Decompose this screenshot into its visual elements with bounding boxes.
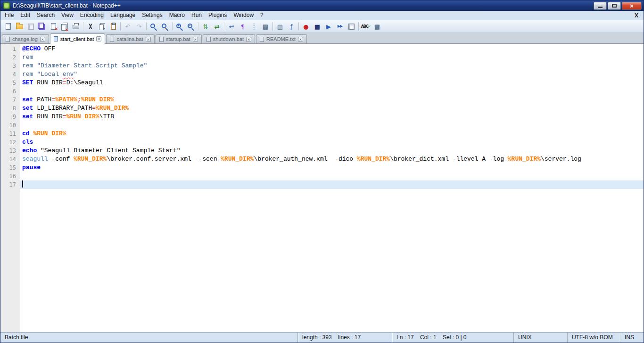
toolbar-separator [224, 22, 224, 31]
tab-close-icon[interactable]: × [40, 37, 45, 42]
code-line-10 [20, 121, 644, 130]
show-all-characters-button[interactable]: ¶ [237, 21, 248, 32]
doc-switcher-button[interactable]: ▦ [372, 21, 383, 32]
show-indent-guide-button[interactable]: ┊ [248, 21, 260, 32]
tab-close-icon[interactable]: × [246, 37, 251, 42]
undo-button[interactable]: ↶ [122, 21, 133, 32]
tab-catalina-bat[interactable]: catalina.bat× [106, 34, 154, 43]
menu-run[interactable]: Run [188, 11, 205, 20]
menu-macro[interactable]: Macro [166, 11, 188, 20]
open-button[interactable] [14, 21, 25, 32]
tab-change-log[interactable]: change.log× [2, 34, 49, 43]
spell-check-icon: ABC [361, 24, 371, 29]
define-language-button[interactable]: ▤ [260, 21, 271, 32]
macro-save-icon [348, 24, 355, 30]
open-icon [16, 24, 23, 29]
tab-start-client-bat[interactable]: start_client.bat× [50, 33, 106, 44]
macro-save-button[interactable] [346, 21, 357, 32]
save-button[interactable] [25, 21, 36, 32]
code-line-14: seagull -conf %RUN_DIR%\broker.conf.serv… [20, 155, 644, 163]
menu-settings[interactable]: Settings [139, 11, 165, 20]
menu-help[interactable]: ? [257, 11, 267, 20]
code-line-16 [20, 172, 644, 180]
spell-check-button[interactable]: ABC [360, 21, 372, 32]
menu-file[interactable]: File [1, 11, 17, 20]
copy-button[interactable] [96, 21, 107, 32]
macro-run-multiple-button[interactable]: ▶▶ [334, 21, 346, 32]
print-button[interactable] [70, 21, 82, 32]
line-number: 9 [0, 113, 20, 121]
close-all-button[interactable] [59, 21, 70, 32]
word-wrap-button[interactable]: ↩ [226, 21, 237, 32]
zoom-out-button[interactable] [185, 21, 197, 32]
menubar-items: FileEditSearchViewEncodingLanguageSettin… [1, 11, 267, 20]
word-wrap-icon: ↩ [229, 24, 234, 30]
document-icon [6, 37, 10, 42]
sync-horizontal-button[interactable]: ⇄ [211, 21, 223, 32]
document-icon [159, 37, 164, 42]
document-icon [110, 37, 114, 42]
status-length-lines: length : 393 lines : 17 [297, 333, 392, 343]
menu-plugins[interactable]: Plugins [205, 11, 230, 20]
code-line-2: rem [20, 53, 644, 62]
function-list-button[interactable]: ƒ [286, 21, 297, 32]
minimize-button[interactable] [594, 2, 607, 10]
sync-vertical-button[interactable]: ⇅ [200, 21, 211, 32]
line-number: 8 [0, 104, 20, 113]
code-line-11: cd %RUN_DIR% [20, 130, 644, 138]
macro-record-icon: ● [303, 24, 308, 30]
replace-button[interactable] [159, 21, 171, 32]
maximize-button[interactable] [608, 2, 621, 10]
macro-stop-button[interactable]: ■ [312, 21, 323, 32]
titlebar: D:\Seagull\TIB\start_client.bat - Notepa… [0, 0, 644, 11]
print-icon [73, 25, 79, 29]
menu-encoding[interactable]: Encoding [77, 11, 107, 20]
cut-button[interactable] [85, 21, 96, 32]
menubar-close-button[interactable]: X [630, 12, 643, 19]
menu-language[interactable]: Language [107, 11, 139, 20]
tab-readme-txt[interactable]: README.txt× [256, 34, 307, 43]
code-line-1: @ECHO OFF [20, 45, 644, 53]
tab-shutdown-bat[interactable]: shutdown.bat× [203, 34, 255, 43]
close-button[interactable] [48, 21, 59, 32]
menu-window[interactable]: Window [230, 11, 257, 20]
macro-run-multiple-icon: ▶▶ [338, 24, 342, 28]
notepad-plus-plus-icon [3, 2, 10, 9]
tab-close-icon[interactable]: × [146, 37, 151, 42]
menu-view[interactable]: View [58, 11, 77, 20]
new-file-button[interactable] [2, 21, 14, 32]
macro-record-button[interactable]: ● [300, 21, 312, 32]
editor[interactable]: 1234567891011121314151617 @ECHO OFFremre… [0, 44, 644, 332]
line-number-gutter[interactable]: 1234567891011121314151617 [0, 44, 20, 332]
macro-play-button[interactable]: ▶ [323, 21, 334, 32]
zoom-in-button[interactable] [174, 21, 185, 32]
tab-startup-bat[interactable]: startup.bat× [156, 34, 202, 43]
close-button[interactable]: × [622, 2, 642, 10]
paste-button[interactable] [107, 21, 119, 32]
tab-close-icon[interactable]: × [298, 37, 303, 42]
line-number: 5 [0, 79, 20, 87]
status-doc-type: Batch file [0, 333, 297, 343]
menu-edit[interactable]: Edit [17, 11, 33, 20]
menu-search[interactable]: Search [33, 11, 58, 20]
redo-button[interactable]: ↷ [133, 21, 145, 32]
sync-horizontal-icon: ⇄ [215, 24, 220, 30]
copy-icon [99, 24, 104, 30]
save-all-button[interactable] [36, 21, 48, 32]
code-line-3: rem "Diameter Start Script Sample" [20, 62, 644, 70]
toolbar-separator [146, 22, 147, 31]
window-title: D:\Seagull\TIB\start_client.bat - Notepa… [13, 2, 590, 9]
tab-label: start_client.bat [60, 36, 94, 42]
tab-close-icon[interactable]: × [96, 36, 101, 41]
code-line-12: cls [20, 138, 644, 147]
code-line-15: pause [20, 163, 644, 172]
code-area[interactable]: @ECHO OFFremrem "Diameter Start Script S… [20, 44, 644, 332]
code-line-17 [20, 180, 644, 189]
line-number: 15 [0, 163, 20, 172]
macro-stop-icon: ■ [314, 24, 320, 30]
status-encoding: UTF-8 w/o BOM [567, 333, 620, 343]
tab-close-icon[interactable]: × [193, 37, 198, 42]
toolbar-separator [83, 22, 83, 31]
document-map-button[interactable]: ▥ [274, 21, 286, 32]
find-button[interactable] [148, 21, 159, 32]
